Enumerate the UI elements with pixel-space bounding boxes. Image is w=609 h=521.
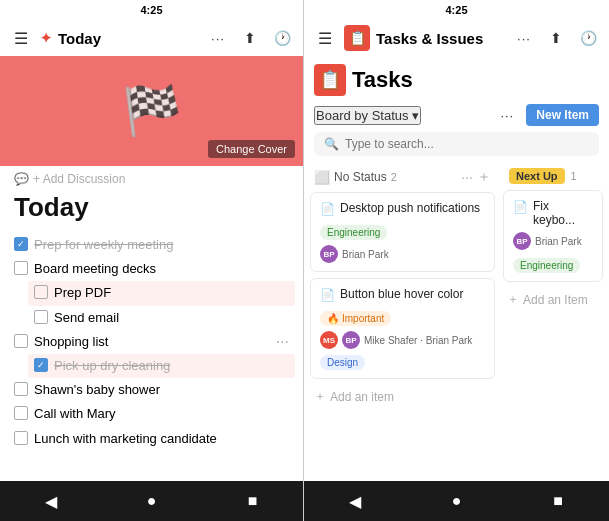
left-recents-button[interactable]: ■ — [233, 481, 273, 521]
chevron-down-icon: ▾ — [412, 108, 419, 123]
no-status-add-button[interactable]: ＋ — [477, 168, 491, 186]
doc-icon: 📄 — [320, 202, 335, 216]
next-up-count: 1 — [571, 170, 577, 182]
task-label-5: Shopping list — [34, 333, 270, 351]
next-up-badge: Next Up — [509, 168, 565, 184]
task-checkbox-2[interactable] — [14, 261, 28, 275]
no-status-count: 2 — [391, 171, 397, 183]
board-controls: Board by Status ▾ ··· New Item — [304, 100, 609, 132]
right-bottom-nav: ◀ ● ■ — [304, 481, 609, 521]
card-title-text: Desktop push notifications — [340, 201, 480, 215]
doc-icon: 📄 — [320, 288, 335, 302]
status-icon: ⬜ — [314, 170, 330, 185]
left-more-button[interactable]: ··· — [207, 27, 229, 49]
no-status-more-button[interactable]: ··· — [461, 169, 473, 185]
card-title: 📄 Fix keybo... — [513, 199, 593, 227]
task-label-4: Send email — [54, 309, 289, 327]
right-menu-button[interactable]: ☰ — [314, 27, 336, 49]
right-time: 4:25 — [445, 4, 467, 16]
right-share-button[interactable]: ⬆ — [545, 27, 567, 49]
tasks-header-icon: 📋 — [314, 64, 346, 96]
avatar-bp3: BP — [513, 232, 531, 250]
task-label-2: Board meeting decks — [34, 260, 289, 278]
right-panel: 4:25 ☰ 📋 Tasks & Issues ··· ⬆ 🕐 📋 Tasks … — [304, 0, 609, 521]
cover-flag-icon: 🏁 — [122, 83, 182, 139]
new-item-button[interactable]: New Item — [526, 104, 599, 126]
task-label-7: Shawn's baby shower — [34, 381, 289, 399]
next-up-header: Next Up 1 — [503, 164, 603, 190]
left-home-button[interactable]: ● — [132, 481, 172, 521]
right-recents-button[interactable]: ■ — [538, 481, 578, 521]
card-tags: 🔥Important — [320, 307, 485, 326]
tasks-heading: Tasks — [352, 67, 599, 93]
task-item: Shawn's baby shower — [14, 378, 289, 402]
right-back-button[interactable]: ◀ — [335, 481, 375, 521]
right-nav-icons: ··· ⬆ 🕐 — [513, 27, 599, 49]
left-title-area: ✦ Today — [40, 30, 199, 47]
left-back-button[interactable]: ◀ — [31, 481, 71, 521]
right-status-bar: 4:25 — [304, 0, 609, 20]
left-time: 4:25 — [140, 4, 162, 16]
task-checkbox-3[interactable] — [34, 285, 48, 299]
board-by-status-button[interactable]: Board by Status ▾ — [314, 106, 421, 125]
columns-container: ⬜ No Status 2 ··· ＋ 📄 Desktop push notif… — [304, 164, 609, 481]
engineering-tag-2: Engineering — [513, 258, 580, 273]
add-item-label: Add an item — [330, 390, 394, 404]
design-tag: Design — [320, 355, 365, 370]
left-menu-button[interactable]: ☰ — [10, 27, 32, 49]
task-checkbox-8[interactable] — [14, 406, 28, 420]
task-card-desktop-push[interactable]: 📄 Desktop push notifications Engineering… — [310, 192, 495, 272]
task-card-fix-keyboard[interactable]: 📄 Fix keybo... BP Brian Park Engineering — [503, 190, 603, 282]
avatar-name: Brian Park — [342, 249, 389, 260]
task-checkbox-9[interactable] — [14, 431, 28, 445]
task-label-8: Call with Mary — [34, 405, 289, 423]
board-more-button[interactable]: ··· — [496, 104, 518, 126]
right-header: 📋 Tasks — [304, 56, 609, 100]
task-item: Prep for weekly meeting — [14, 233, 289, 257]
no-status-column: ⬜ No Status 2 ··· ＋ 📄 Desktop push notif… — [310, 164, 495, 481]
left-status-bar: 4:25 — [0, 0, 303, 20]
task-label-6: Pick up dry cleaning — [54, 357, 289, 375]
card-title: 📄 Button blue hover color — [320, 287, 485, 302]
task-more-button[interactable]: ··· — [276, 333, 289, 351]
task-checkbox-1[interactable] — [14, 237, 28, 251]
task-checkbox-7[interactable] — [14, 382, 28, 396]
right-more-button[interactable]: ··· — [513, 27, 535, 49]
search-input[interactable] — [345, 137, 589, 151]
add-item-label-2: Add an Item — [523, 293, 588, 307]
avatar-bp2: BP — [342, 331, 360, 349]
left-top-nav: ☰ ✦ Today ··· ⬆ 🕐 — [0, 20, 303, 56]
search-bar: 🔍 — [314, 132, 599, 156]
left-bottom-nav: ◀ ● ■ — [0, 481, 303, 521]
add-discussion-button[interactable]: 💬 + Add Discussion — [14, 166, 289, 192]
task-card-button-blue[interactable]: 📄 Button blue hover color 🔥Important MS … — [310, 278, 495, 379]
card-title-text: Button blue hover color — [340, 287, 463, 301]
left-clock-button[interactable]: 🕐 — [271, 27, 293, 49]
plus-icon-2: ＋ — [507, 291, 519, 308]
task-checkbox-4[interactable] — [34, 310, 48, 324]
tasks-app-icon: 📋 — [344, 25, 370, 51]
task-item: Prep PDF — [28, 281, 295, 305]
card-tags: Engineering — [320, 221, 485, 240]
page-heading: Today — [14, 192, 289, 223]
task-item: Shopping list ··· — [14, 330, 289, 354]
left-share-button[interactable]: ⬆ — [239, 27, 261, 49]
engineering-tag: Engineering — [320, 225, 387, 240]
right-page-title-nav: Tasks & Issues — [376, 30, 483, 47]
right-clock-button[interactable]: 🕐 — [577, 27, 599, 49]
task-checkbox-5[interactable] — [14, 334, 28, 348]
change-cover-button[interactable]: Change Cover — [208, 140, 295, 158]
task-item: Board meeting decks — [14, 257, 289, 281]
card-avatars: BP Brian Park — [513, 232, 593, 250]
avatar-name: Mike Shafer · Brian Park — [364, 335, 472, 346]
add-item-no-status[interactable]: ＋ Add an item — [310, 385, 495, 408]
card-avatars: MS BP Mike Shafer · Brian Park — [320, 331, 485, 349]
task-label-3: Prep PDF — [54, 284, 289, 302]
card-title: 📄 Desktop push notifications — [320, 201, 485, 216]
left-page-title-nav: Today — [58, 30, 101, 47]
avatar-bp: BP — [320, 245, 338, 263]
task-checkbox-6[interactable] — [34, 358, 48, 372]
right-home-button[interactable]: ● — [436, 481, 476, 521]
card-extra-tags: Engineering — [513, 254, 593, 273]
add-item-next-up[interactable]: ＋ Add an Item — [503, 288, 603, 311]
